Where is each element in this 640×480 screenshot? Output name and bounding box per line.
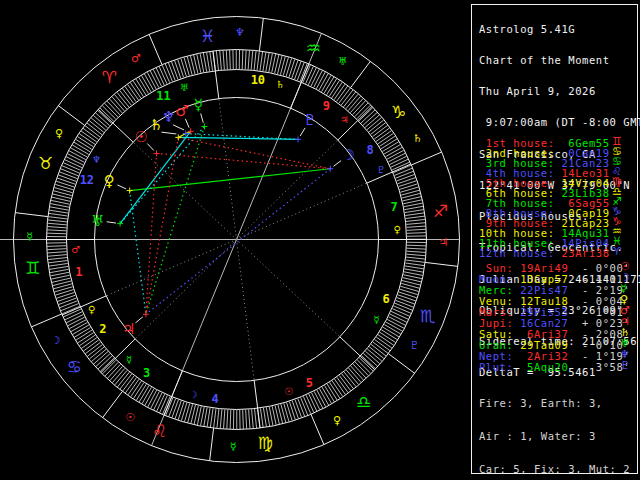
jupiter-planet-icon: ♃ — [122, 320, 135, 338]
mercury-ruler-icon: ☿ — [26, 230, 33, 243]
mercury-position-mark — [201, 123, 207, 129]
aspect-line-moon-opposition-jupiter — [146, 169, 330, 315]
moon-position-mark — [327, 166, 333, 172]
house-number-10: 10 — [251, 73, 265, 87]
sign-boundary-line — [425, 262, 458, 266]
sign-boundary-line — [210, 428, 214, 461]
house-cusp-line-11 — [213, 51, 219, 99]
pluto-house-ruler-icon: ♇ — [377, 164, 386, 175]
mercury-ruler-icon: ☿ — [230, 440, 237, 453]
moon-house-ruler-icon: ☽ — [189, 389, 198, 400]
pluto-position-mark — [295, 136, 301, 142]
stat-elements-1: Fire: 3, Earth: 3, — [479, 398, 630, 409]
moon-ruler-icon: ☽ — [51, 334, 61, 347]
mercury-house-ruler-icon: ☿ — [126, 354, 132, 365]
app-title: Astrolog 5.41G — [479, 24, 640, 34]
sign-boundary-line — [388, 354, 414, 374]
house-cusp-value: 12th house: 23Ari38 — [479, 247, 610, 259]
chart-date: Thu April 9, 2026 — [479, 86, 640, 96]
house-number-4: 4 — [212, 392, 219, 406]
venus-ruler-icon: ♀ — [333, 414, 341, 427]
sign-boundary-line — [259, 18, 263, 51]
chart-time: 9:07:00am (DT -8:00 GMT) — [479, 117, 640, 127]
saturn-house-ruler-icon: ♄ — [275, 79, 284, 90]
sun-ruler-icon: ☉ — [125, 411, 135, 424]
sagittarius-sign-icon: ♐ — [433, 201, 448, 221]
taurus-sign-icon: ♉ — [38, 153, 53, 173]
uranus-house-ruler-icon: ♅ — [180, 82, 189, 93]
info-panel: Astrolog 5.41G Chart of the Moment Thu A… — [479, 0, 639, 480]
house-cusp-line-4 — [164, 371, 182, 415]
sign-boundary-line — [311, 414, 324, 444]
house-number-1: 1 — [75, 265, 82, 279]
aspect-line-saturn-conjunction-neptune — [178, 134, 185, 138]
venus-planet-icon: ♀ — [104, 172, 115, 190]
pluto-planet-icon: ♇ — [303, 111, 316, 129]
aries-sign-icon: ♈ — [612, 246, 622, 257]
house-cusp-line-8 — [367, 164, 411, 183]
saturn-position-mark — [175, 134, 181, 140]
neptune-house-ruler-icon: ♆ — [92, 154, 101, 165]
house-cusp-inner-line — [133, 142, 236, 239]
saturn-pointer-line — [161, 132, 176, 134]
house-cusp-inner-line — [237, 240, 255, 381]
mars-pointer-line — [185, 119, 189, 128]
house-number-3: 3 — [143, 366, 150, 380]
aspect-line-sun-square-moon — [157, 153, 331, 168]
gemini-sign-icon: ♊ — [25, 258, 40, 278]
house-number-11: 11 — [156, 89, 170, 103]
house-number-7: 7 — [391, 200, 398, 214]
virgo-sign-icon: ♍ — [258, 433, 273, 453]
cancer-sign-icon: ♋ — [67, 357, 82, 377]
sun-pointer-line — [147, 144, 153, 151]
aspect-line-venus-sextile-jupiter — [130, 191, 146, 315]
mars-house-ruler-icon: ♂ — [71, 244, 80, 255]
jupiter-house-ruler-icon: ♃ — [340, 114, 349, 125]
astrolog-window: ♈♂♉♀♊☿♋☽♌☉♍☿♎♀♏♇♐♃♑♄♒♅♓♆1♂2♀3☿4☽5☉6☿7♀8♇… — [0, 0, 640, 480]
libra-sign-icon: ♎ — [356, 392, 371, 412]
aquarius-sign-icon: ♒ — [306, 38, 321, 58]
jupiter-pointer-line — [135, 317, 142, 323]
aries-sign-icon: ♈ — [102, 67, 117, 87]
stat-modes: Car: 5, Fix: 3, Mut: 2 — [479, 464, 630, 475]
aspect-line-moon-square-saturn — [178, 137, 330, 168]
neptune-planet-icon: ♆ — [162, 108, 175, 126]
pisces-sign-icon: ♓ — [200, 26, 215, 46]
chart-title: Chart of the Moment — [479, 55, 640, 65]
sun-house-ruler-icon: ☉ — [284, 386, 293, 397]
sign-boundary-line — [411, 152, 441, 165]
sign-boundary-line — [15, 213, 48, 217]
mercury-pointer-line — [201, 113, 204, 122]
house-cusp-line-2 — [62, 296, 106, 315]
pluto-planet-icon: ♇ — [620, 360, 630, 371]
venus-pointer-line — [117, 185, 126, 189]
house-cusp-line-5 — [254, 380, 260, 428]
venus-ruler-icon: ♀ — [55, 127, 63, 140]
uranus-pointer-line — [107, 222, 116, 223]
aspect-line-mercury-sextile-uranus — [120, 126, 204, 223]
saturn-ruler-icon: ♄ — [412, 132, 422, 145]
mercury-house-ruler-icon: ☿ — [373, 314, 379, 325]
sun-planet-icon: ☉ — [134, 128, 147, 146]
sign-boundary-line — [351, 61, 371, 87]
saturn-planet-icon: ♄ — [150, 116, 163, 134]
sign-boundary-line — [103, 391, 123, 417]
moon-pointer-line — [333, 161, 341, 167]
moon-planet-icon: ☽ — [342, 146, 355, 164]
house-cusp-line-10 — [291, 64, 309, 108]
jupiter-ruler-icon: ♃ — [439, 236, 449, 249]
house-number-6: 6 — [383, 292, 390, 306]
sun-position-mark — [154, 150, 160, 156]
sign-boundary-line — [31, 314, 61, 327]
house-number-12: 12 — [80, 173, 94, 187]
planet-position-value: Plut: 5Aqu20 - 3°58' — [479, 361, 630, 373]
pluto-ruler-icon: ♇ — [409, 339, 419, 352]
stat-elements-2: Air : 1, Water: 3 — [479, 431, 630, 442]
leo-sign-icon: ♌ — [152, 421, 167, 441]
house-number-5: 5 — [306, 376, 313, 390]
neptune-ruler-icon: ♆ — [235, 26, 245, 39]
sign-boundary-line — [58, 106, 84, 126]
house-cusp-inner-line — [237, 140, 338, 239]
venus-house-ruler-icon: ♀ — [394, 224, 401, 235]
capricorn-sign-icon: ♑ — [391, 102, 406, 122]
